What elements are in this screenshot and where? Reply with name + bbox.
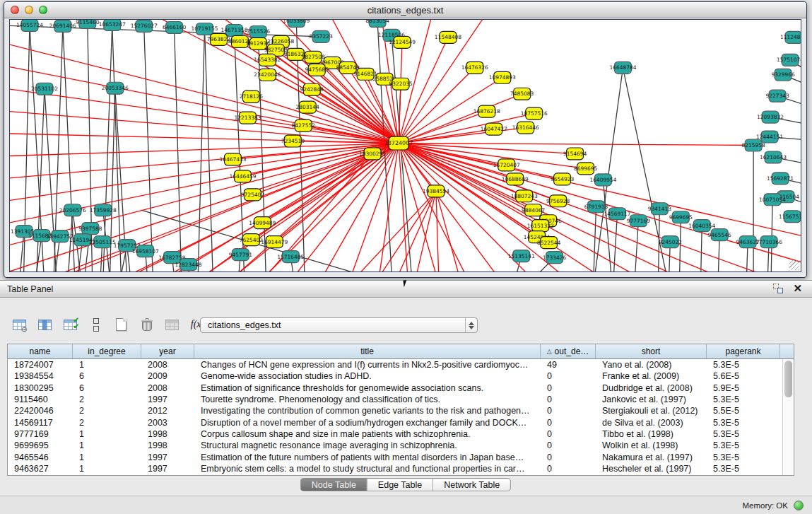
graph-node-11567534[interactable]: 11567534 xyxy=(779,211,801,223)
new-table-icon[interactable] xyxy=(112,315,131,334)
graph-node-7485083[interactable]: 7485083 xyxy=(510,88,534,100)
graph-node-16648784[interactable]: 16648784 xyxy=(609,62,636,74)
delete-table-icon[interactable] xyxy=(137,315,156,334)
citation-edge-red[interactable] xyxy=(399,112,487,144)
close-panel-icon[interactable]: ✕ xyxy=(793,284,802,293)
graph-node-1733426[interactable]: 1733426 xyxy=(543,252,567,264)
table-row[interactable]: 1938455462009Genome-wide association stu… xyxy=(8,370,794,382)
column-header-short[interactable]: short xyxy=(596,344,707,358)
citation-edge-red[interactable] xyxy=(399,144,753,146)
table-row[interactable]: 2242004622012Investigating the contribut… xyxy=(8,405,794,416)
graph-node-7515526[interactable]: 7515526 xyxy=(247,25,271,37)
graph-node-9115460[interactable]: 9115460 xyxy=(76,20,100,28)
citation-edge-black[interactable] xyxy=(611,214,617,271)
graph-node-9699695[interactable]: 9699695 xyxy=(669,211,693,223)
graph-node-16476326[interactable]: 16476326 xyxy=(461,62,488,74)
graph-node-16876218[interactable]: 16876218 xyxy=(473,105,500,117)
graph-node-9227343[interactable]: 9227343 xyxy=(765,90,789,102)
graph-node-11548408[interactable]: 11548408 xyxy=(435,31,461,43)
table-scrollbar-thumb[interactable] xyxy=(784,361,792,397)
column-header-year[interactable]: year xyxy=(141,344,194,358)
table-row[interactable]: 946554611997Estimation of the future num… xyxy=(8,451,794,462)
table-row[interactable]: 1830029562008Estimation of significance … xyxy=(8,382,794,394)
graph-node-14055724[interactable]: 14055724 xyxy=(16,20,43,31)
tab-edge-table[interactable]: Edge Table xyxy=(367,479,433,491)
citation-edge-black[interactable] xyxy=(592,206,596,271)
graph-node-7625402[interactable]: 7625402 xyxy=(240,234,263,246)
column-header-name[interactable]: name xyxy=(8,344,73,358)
tab-network-table[interactable]: Network Table xyxy=(433,479,510,491)
citation-edge-black[interactable] xyxy=(144,26,155,271)
table-row[interactable]: 1872400712008Changes of HCN gene express… xyxy=(8,359,794,370)
graph-node-7963822[interactable]: 7963822 xyxy=(207,33,230,45)
graph-node-2803144[interactable]: 2803144 xyxy=(296,101,320,113)
window-resize-grip[interactable] xyxy=(789,260,799,270)
memory-status-indicator[interactable] xyxy=(794,501,804,510)
table-row[interactable]: 946362711997Embryonic stem cells: a mode… xyxy=(8,463,794,474)
citation-edge-red[interactable] xyxy=(399,68,475,144)
merge-table-icon[interactable] xyxy=(163,315,182,334)
graph-node-16210643[interactable]: 16210643 xyxy=(760,151,787,163)
zoom-window-button[interactable] xyxy=(39,6,47,14)
citation-edge-red[interactable] xyxy=(307,107,399,144)
citation-edge-red[interactable] xyxy=(399,144,563,180)
minimize-window-button[interactable] xyxy=(25,6,33,14)
float-panel-icon[interactable] xyxy=(773,284,783,293)
column-header-pagerank[interactable]: pagerank xyxy=(707,344,780,358)
citation-edge-red[interactable] xyxy=(348,191,436,271)
graph-node-9245022[interactable]: 9245022 xyxy=(659,236,682,248)
graph-node-18757516[interactable]: 18757516 xyxy=(521,107,548,119)
graph-node-9329966[interactable]: 9329966 xyxy=(771,69,795,81)
table-settings-icon[interactable]: ⚙ xyxy=(10,315,29,334)
graph-node-11124819[interactable]: 11124819 xyxy=(780,31,801,43)
graph-node-9397588[interactable]: 9397588 xyxy=(78,223,102,235)
graph-node-9654923[interactable]: 9654923 xyxy=(551,173,575,185)
graph-node-20691406[interactable]: 20691406 xyxy=(49,20,76,32)
network-canvas[interactable]: 1405572420691406911546010653247152760276… xyxy=(9,19,801,272)
graph-node-8322035[interactable]: 8322035 xyxy=(389,78,413,90)
graph-node-9725402[interactable]: 9725402 xyxy=(241,189,264,201)
graph-node-9465546[interactable]: 9465546 xyxy=(708,229,732,241)
graph-node-16316446[interactable]: 16316446 xyxy=(512,122,539,134)
graph-node-9154694[interactable]: 9154694 xyxy=(563,148,587,160)
citation-network-graph[interactable]: 1405572420691406911546010653247152760276… xyxy=(10,20,801,271)
table-scrollbar[interactable] xyxy=(782,359,794,475)
graph-node-16446459[interactable]: 16446459 xyxy=(229,170,256,182)
graph-node-2718126[interactable]: 2718126 xyxy=(240,90,264,103)
graph-node-9884067[interactable]: 9884067 xyxy=(522,204,546,216)
graph-node-12093832[interactable]: 12093832 xyxy=(757,111,784,123)
column-header-in_degree[interactable]: in_degree xyxy=(73,344,141,358)
citation-edge-red[interactable] xyxy=(436,191,472,271)
table-row[interactable]: 969969511998Structural magnetic resonanc… xyxy=(8,440,794,451)
graph-node-6466160[interactable]: 6466160 xyxy=(163,21,187,33)
table-row[interactable]: 911546021997Tourette syndrome. Phenomeno… xyxy=(8,394,794,405)
graph-node-20053346[interactable]: 20053346 xyxy=(102,82,129,94)
citation-edge-black[interactable] xyxy=(205,29,215,271)
graph-node-16409954[interactable]: 16409954 xyxy=(589,174,616,186)
graph-node-9475685[interactable]: 9475685 xyxy=(305,64,329,76)
graph-node-16047427[interactable]: 16047427 xyxy=(481,123,507,135)
graph-node-19384554[interactable]: 19384554 xyxy=(423,185,449,197)
column-width-icon[interactable] xyxy=(86,315,105,334)
table-selector-dropdown[interactable]: citations_edges.txt xyxy=(200,317,478,333)
graph-node-10467433[interactable]: 10467433 xyxy=(219,153,246,165)
citation-edge-red[interactable] xyxy=(399,42,402,144)
dropdown-stepper-icon[interactable] xyxy=(465,318,477,332)
graph-node-15716485[interactable]: 15716485 xyxy=(277,251,304,263)
graph-node-8215958[interactable]: 8215958 xyxy=(741,139,765,151)
graph-node-17710366[interactable]: 17710366 xyxy=(755,236,782,248)
graph-node-8357223[interactable]: 8357223 xyxy=(310,30,334,42)
graph-node-20206576[interactable]: 20206576 xyxy=(59,204,86,216)
column-visibility-icon[interactable] xyxy=(35,315,54,334)
tab-node-table[interactable]: Node Table xyxy=(301,479,367,491)
graph-node-9756928[interactable]: 9756928 xyxy=(546,195,570,207)
citation-edge-black[interactable] xyxy=(197,29,205,271)
citation-edge-red[interactable] xyxy=(10,144,399,207)
graph-node-9457791[interactable]: 9457791 xyxy=(229,249,253,261)
row-selection-icon[interactable]: ✔✔ xyxy=(61,315,80,334)
graph-node-9242848[interactable]: 9242848 xyxy=(300,83,324,95)
citation-edge-black[interactable] xyxy=(35,89,45,271)
citation-edge-black[interactable] xyxy=(603,180,615,271)
network-window-titlebar[interactable]: citations_edges.txt xyxy=(4,2,806,18)
graph-node-9341413[interactable]: 9341413 xyxy=(648,203,672,215)
